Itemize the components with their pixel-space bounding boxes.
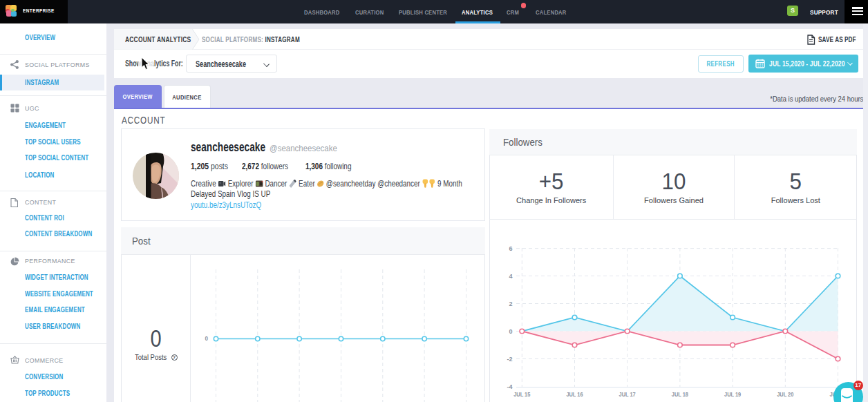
svg-text:2: 2: [509, 300, 512, 307]
svg-text:JUL 18: JUL 18: [672, 390, 688, 398]
svg-text:JUL 15: JUL 15: [513, 390, 530, 398]
svg-text:JUL 16: JUL 16: [566, 390, 583, 398]
svg-text:-4: -4: [507, 383, 512, 390]
svg-text:4: 4: [509, 273, 512, 280]
svg-text:6: 6: [509, 245, 512, 252]
svg-text:JUL 20: JUL 20: [777, 390, 793, 398]
svg-text:-2: -2: [507, 356, 512, 363]
svg-text:JUL 19: JUL 19: [724, 390, 741, 398]
svg-text:0: 0: [205, 335, 208, 343]
svg-text:0: 0: [509, 328, 512, 335]
svg-text:JUL 17: JUL 17: [619, 390, 636, 398]
